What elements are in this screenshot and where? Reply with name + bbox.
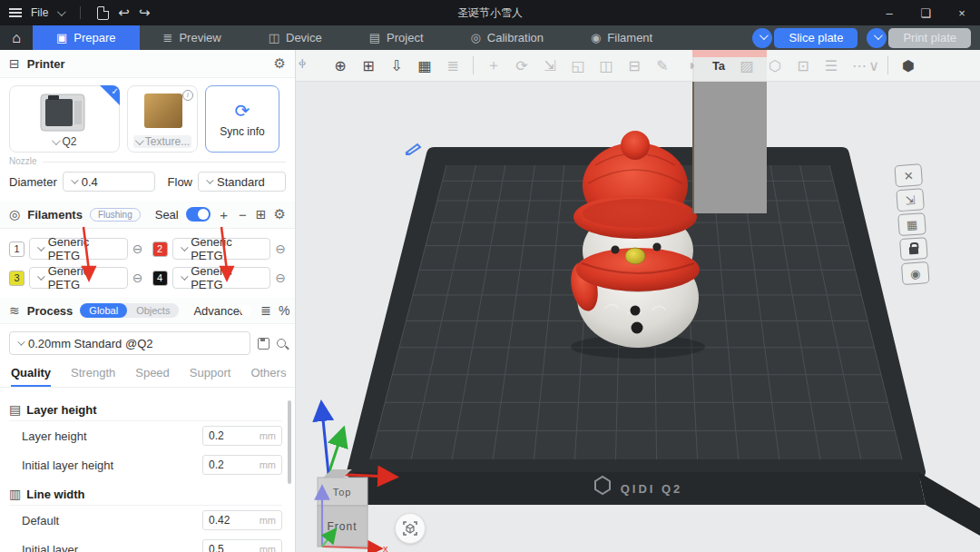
- line-width-default-input[interactable]: [209, 514, 254, 527]
- rename-plate-pencil-icon[interactable]: [403, 141, 423, 155]
- diameter-select[interactable]: 0.4: [63, 172, 155, 192]
- color-paint-icon[interactable]: ◑: [679, 54, 702, 76]
- minimize-button[interactable]: –: [871, 0, 907, 25]
- lay-on-face-icon[interactable]: ◱: [566, 54, 590, 76]
- scale-icon[interactable]: ⇲: [538, 54, 562, 76]
- filament-1-select[interactable]: Generic PETG: [29, 238, 128, 260]
- compare-presets-icon[interactable]: %: [279, 303, 289, 318]
- split-to-parts-icon[interactable]: ⊟: [622, 54, 646, 76]
- plate-info-icon[interactable]: i: [182, 90, 193, 101]
- scope-objects[interactable]: Objects: [127, 303, 179, 318]
- print-options-chevron[interactable]: [867, 28, 887, 48]
- seam-paint-icon[interactable]: ⊡: [791, 54, 815, 76]
- maximize-button[interactable]: ❏: [907, 0, 944, 25]
- layer-height-input[interactable]: [209, 429, 254, 442]
- lock-plate-icon[interactable]: [899, 237, 928, 261]
- plate-logo-text: QIDI Q2: [621, 482, 683, 496]
- remove-filament-button[interactable]: −: [237, 207, 249, 222]
- slice-options-chevron[interactable]: [752, 28, 772, 48]
- fit-view-icon: [402, 520, 418, 537]
- printer-section-header: ⊟ Printer ⚙: [0, 50, 295, 78]
- filament-2-select[interactable]: Generic PETG: [172, 238, 271, 260]
- save-preset-icon[interactable]: [258, 338, 270, 350]
- arrange-icon[interactable]: ▦: [413, 54, 436, 76]
- nav-cube[interactable]: Top Front: [318, 469, 368, 547]
- tab-prepare[interactable]: ▣Prepare: [33, 25, 140, 50]
- scene-canvas[interactable]: QIDI Q2: [296, 82, 980, 552]
- printer-settings-gear-icon[interactable]: ⚙: [274, 55, 286, 72]
- mesh-boolean-icon[interactable]: ⬡: [763, 54, 787, 76]
- fuzzy-skin-icon[interactable]: ▨: [735, 54, 759, 76]
- search-settings-icon[interactable]: [277, 339, 286, 348]
- plate-type-card[interactable]: i Texture...: [127, 85, 198, 153]
- slice-plate-button[interactable]: Slice plate: [774, 28, 858, 48]
- process-preset-select[interactable]: 0.20mm Standard @Q2: [9, 331, 250, 355]
- redo-icon[interactable]: ↪: [139, 5, 151, 21]
- close-button[interactable]: ×: [944, 0, 980, 25]
- seal-toggle[interactable]: [186, 207, 211, 222]
- move-icon[interactable]: ＋: [482, 54, 505, 76]
- parameter-list-icon[interactable]: ≣: [260, 303, 271, 318]
- split-window-icon[interactable]: ≣: [441, 54, 465, 76]
- file-menu-chevron-icon[interactable]: [57, 7, 66, 16]
- print-plate-button[interactable]: Print plate: [888, 28, 971, 48]
- delete-plate-icon[interactable]: ✕: [894, 163, 923, 187]
- tab-filament[interactable]: ◉Filament: [567, 25, 676, 50]
- filament-slot-4: 4 Generic PETG ⊖: [152, 267, 287, 289]
- auto-orient-icon[interactable]: ⇩: [385, 54, 408, 76]
- flushing-button[interactable]: Flushing: [90, 208, 141, 222]
- add-plate-icon[interactable]: ⊞: [357, 54, 380, 76]
- tab-preview[interactable]: ≣Preview: [140, 25, 245, 50]
- scope-global[interactable]: Global: [80, 303, 127, 318]
- file-menu[interactable]: File: [31, 6, 48, 19]
- save-project-icon[interactable]: [97, 6, 109, 20]
- menu-icon[interactable]: [9, 6, 22, 19]
- sync-info-button[interactable]: ⟳ Sync info: [205, 85, 279, 153]
- sidebar: ⊟ Printer ⚙ ✓ Q2 i Texture... ⟳ Sync inf…: [0, 50, 296, 552]
- filament-4-edit-icon[interactable]: ⊖: [275, 271, 286, 285]
- filament-2-color-chip[interactable]: 2: [152, 242, 168, 257]
- tab-calibration[interactable]: ◎Calibration: [447, 25, 568, 50]
- split-to-objects-icon[interactable]: ◫: [594, 54, 618, 76]
- text-tool-icon[interactable]: Ta: [707, 54, 730, 76]
- filament-4-color-chip[interactable]: 4: [152, 271, 168, 286]
- settings-scrollbar[interactable]: [288, 400, 291, 484]
- plate-select-chevron[interactable]: [135, 136, 144, 145]
- filament-2-edit-icon[interactable]: ⊖: [275, 242, 286, 256]
- sidebar-collapse-handle[interactable]: ‹|›: [299, 57, 305, 68]
- printer-select-chevron[interactable]: [52, 136, 61, 145]
- undo-icon[interactable]: ↩: [118, 5, 130, 21]
- tab-project[interactable]: ▤Project: [346, 25, 447, 50]
- assembly-view-icon[interactable]: ⬢: [897, 54, 920, 76]
- orient-plate-icon[interactable]: ⇲: [896, 188, 925, 212]
- home-button[interactable]: ⌂: [0, 25, 33, 50]
- filament-mapping-icon[interactable]: ⊞: [256, 207, 267, 222]
- tab-device[interactable]: ◫Device: [245, 25, 346, 50]
- flow-select[interactable]: Standard: [198, 172, 286, 192]
- arrange-plate-icon[interactable]: ▦: [897, 212, 926, 236]
- more-tools-chevron-icon[interactable]: ∨: [868, 54, 879, 76]
- initial-layer-height-input[interactable]: [209, 458, 254, 471]
- tab-others[interactable]: Others: [250, 366, 286, 387]
- tab-support[interactable]: Support: [190, 366, 231, 387]
- variable-layer-height-icon[interactable]: ☰: [819, 54, 843, 76]
- tab-quality[interactable]: Quality: [11, 366, 51, 387]
- tab-speed[interactable]: Speed: [135, 366, 170, 387]
- add-object-icon[interactable]: ⊕: [328, 54, 352, 76]
- tab-strength[interactable]: Strength: [71, 366, 115, 387]
- support-paint-icon[interactable]: ✎: [651, 54, 674, 76]
- fit-view-button[interactable]: [395, 513, 426, 544]
- filament-1-color-chip[interactable]: 1: [9, 242, 24, 257]
- line-width-initial-layer-input[interactable]: [209, 543, 254, 552]
- plate-settings-icon[interactable]: ◉: [901, 261, 930, 285]
- rotate-icon[interactable]: ⟳: [510, 54, 534, 76]
- filament-3-select[interactable]: Generic PETG: [29, 267, 128, 289]
- filament-1-edit-icon[interactable]: ⊖: [132, 242, 143, 256]
- viewport-3d[interactable]: ⊕ ⊞ ⇩ ▦ ≣ ＋ ⟳ ⇲ ◱ ◫ ⊟ ✎ ◑ Ta ▨ ⬡ ⊡ ☰ ⋯ ∨…: [296, 50, 980, 552]
- filament-3-edit-icon[interactable]: ⊖: [132, 271, 143, 285]
- printer-card[interactable]: ✓ Q2: [9, 85, 120, 153]
- filament-3-color-chip[interactable]: 3: [9, 271, 24, 286]
- add-filament-button[interactable]: +: [218, 207, 230, 222]
- filament-settings-gear-icon[interactable]: ⚙: [274, 206, 286, 222]
- filament-4-select[interactable]: Generic PETG: [172, 267, 271, 289]
